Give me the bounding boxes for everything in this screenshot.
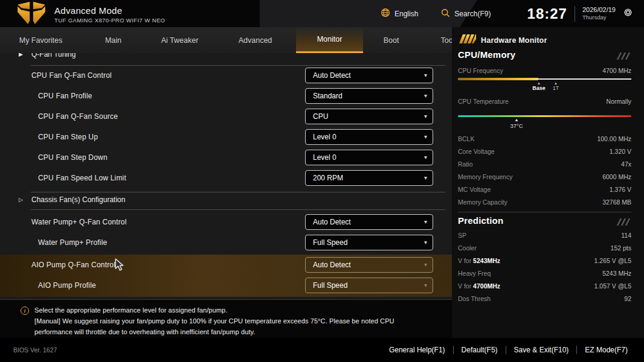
date-block: 2026/02/19 Thursday [582, 6, 616, 21]
setting-row-cpu-fan-profile[interactable]: CPU Fan Profile Standard ▾ [0, 86, 452, 106]
mouse-cursor-icon [114, 258, 126, 274]
setting-row-cpu-fan-step-up[interactable]: CPU Fan Step Up Level 0 ▾ [0, 127, 452, 147]
tab-ai-tweaker[interactable]: Ai Tweaker [145, 27, 214, 53]
brand-text: Advanced Mode TUF GAMING X870-PRO WIFI7 … [54, 5, 165, 24]
water-pump-profile-dropdown[interactable]: Full Speed ▾ [305, 235, 433, 250]
setting-row-cpu-fan-qfan-source[interactable]: CPU Fan Q-Fan Source CPU ▾ [0, 106, 452, 127]
tab-advanced[interactable]: Advanced [214, 27, 296, 53]
highlighted-setting-group: AIO Pump Q-Fan Control Auto Detect ▾ AIO… [0, 255, 452, 297]
setting-label: CPU Fan Q-Fan Control [31, 71, 112, 80]
base-marker: ▲ Base [532, 81, 546, 91]
language-label: English [394, 10, 418, 18]
setting-row-water-pump-profile[interactable]: Water Pump+ Profile Full Speed ▾ [0, 232, 452, 253]
mode-title: Advanced Mode [54, 5, 165, 16]
ez-mode-button[interactable]: EZ Mode(F7) [576, 346, 636, 354]
setting-label: CPU Fan Step Up [38, 133, 98, 141]
cpu-frequency-gauge [458, 78, 631, 80]
setting-row-cpu-fan-speed-low-limit[interactable]: CPU Fan Speed Low Limit 200 RPM ▾ [0, 168, 452, 188]
cpu-fan-qfan-source-dropdown[interactable]: CPU ▾ [305, 109, 433, 124]
clock-time: 18:27 [527, 5, 567, 22]
cpu-fan-speed-low-limit-dropdown[interactable]: 200 RPM ▾ [305, 170, 433, 186]
setting-label: CPU Fan Step Down [38, 153, 108, 162]
cpu-frequency-row: CPU Frequency 4700 MHz [458, 67, 631, 75]
stat-value: Normally [607, 98, 631, 105]
top-bar: Advanced Mode TUF GAMING X870-PRO WIFI7 … [0, 0, 644, 27]
chevron-down-icon: ▾ [424, 133, 427, 140]
gear-icon[interactable] [623, 7, 633, 20]
tuf-logo-icon [16, 1, 47, 28]
cpu-fan-qfan-control-dropdown[interactable]: Auto Detect ▾ [305, 68, 433, 83]
panel-separator [458, 212, 631, 212]
general-help-button[interactable]: General Help(F1) [381, 346, 453, 354]
stat-row-memory-capacity: Memory Capacity 32768 MB [458, 198, 631, 207]
setting-label: Water Pump+ Q-Fan Control [31, 218, 127, 226]
search-button[interactable]: Search(F9) [441, 8, 491, 19]
stat-row-dos-thresh: Dos Thresh 92 [458, 295, 631, 303]
dropdown-value: CPU [313, 112, 328, 121]
setting-label: AIO Pump Profile [38, 281, 96, 290]
setting-label: Water Pump+ Profile [38, 238, 107, 247]
stripes-gray-icon [616, 217, 631, 228]
stat-value: 4700 MHz [602, 67, 631, 74]
bios-screen: Advanced Mode TUF GAMING X870-PRO WIFI7 … [0, 0, 644, 362]
group-header-qfan-tuning[interactable]: ▶ Q-Fan Tuning [0, 53, 452, 62]
dropdown-value: Level 0 [313, 153, 336, 162]
chevron-down-icon: ▾ [424, 174, 427, 181]
setting-row-cpu-fan-step-down[interactable]: CPU Fan Step Down Level 0 ▾ [0, 147, 452, 168]
group-title: Q-Fan Tuning [31, 53, 76, 59]
dropdown-value: Standard [313, 92, 343, 100]
board-name: TUF GAMING X870-PRO WIFI7 W NEO [54, 17, 165, 24]
help-text: Select the appropriate performance level… [34, 305, 434, 338]
temperature-marker: ▲ 37°C [510, 118, 523, 129]
clock-area: 18:27 2026/02/19 Thursday [527, 0, 633, 27]
setting-row-aio-pump-qfan-control[interactable]: AIO Pump Q-Fan Control Auto Detect ▾ [0, 255, 452, 275]
help-bar: i Select the appropriate performance lev… [0, 300, 452, 338]
chevron-down-icon: ▾ [424, 282, 427, 288]
aio-pump-qfan-control-dropdown[interactable]: Auto Detect ▾ [305, 257, 433, 273]
setting-row-water-pump-qfan-control[interactable]: Water Pump+ Q-Fan Control Auto Detect ▾ [0, 212, 452, 232]
brand: Advanced Mode TUF GAMING X870-PRO WIFI7 … [16, 1, 165, 28]
hardware-monitor-panel: Hardware Monitor CPU/Memory CPU Frequenc… [452, 27, 644, 338]
cpu-fan-step-down-dropdown[interactable]: Level 0 ▾ [305, 150, 433, 165]
settings-panel: ▶ Q-Fan Tuning CPU Fan Q-Fan Control Aut… [0, 53, 452, 300]
group-header-chassis-fans[interactable]: ▷ Chassis Fan(s) Configuration [0, 192, 452, 207]
arrow-right-icon: ▶ [19, 53, 23, 57]
info-icon: i [21, 306, 29, 315]
setting-row-aio-pump-profile[interactable]: AIO Pump Profile Full Speed ▾ [0, 275, 452, 296]
prediction-section-title: Prediction [458, 215, 503, 226]
arrow-right-outline-icon: ▷ [19, 197, 23, 203]
chevron-down-icon: ▾ [424, 92, 427, 99]
stat-row-v-for-5243: V for 5243MHz 1.265 V @L5 [458, 257, 631, 265]
setting-row-cpu-fan-qfan-control[interactable]: CPU Fan Q-Fan Control Auto Detect ▾ [0, 65, 452, 86]
date-value: 2026/02/19 [582, 6, 616, 14]
tab-boot[interactable]: Boot [363, 27, 419, 53]
tab-monitor[interactable]: Monitor [296, 27, 363, 53]
stat-row-sp: SP 114 [458, 232, 631, 240]
help-line-2: [Manual] We suggest raising your fan/pum… [34, 316, 434, 337]
water-pump-qfan-control-dropdown[interactable]: Auto Detect ▾ [305, 214, 433, 230]
language-selector[interactable]: English [381, 8, 418, 19]
chevron-down-icon: ▾ [424, 261, 427, 268]
aio-pump-profile-dropdown[interactable]: Full Speed ▾ [305, 278, 433, 293]
dropdown-value: Level 0 [313, 133, 336, 141]
default-button[interactable]: Default(F5) [453, 346, 506, 354]
tab-main[interactable]: Main [82, 27, 145, 53]
tab-tool[interactable]: Tool [419, 27, 452, 53]
dropdown-value: 200 RPM [313, 174, 343, 182]
stat-label: CPU Frequency [458, 67, 503, 74]
menu-tab-bar: My Favorites Main Ai Tweaker Advanced Mo… [0, 27, 452, 53]
stat-row-bclk: BCLK 100.00 MHz [458, 135, 631, 144]
hardware-monitor-title: Hardware Monitor [481, 36, 547, 45]
footer-links: General Help(F1) Default(F5) Save & Exit… [381, 346, 636, 354]
group-title: Chassis Fan(s) Configuration [31, 195, 125, 204]
stat-row-ratio: Ratio 47x [458, 160, 631, 169]
stat-row-v-for-4700: V for 4700MHz 1.057 V @L5 [458, 282, 631, 291]
stripes-gray-icon [616, 51, 631, 62]
cpu-fan-step-up-dropdown[interactable]: Level 0 ▾ [305, 129, 433, 145]
setting-label: CPU Fan Q-Fan Source [38, 112, 118, 121]
save-exit-button[interactable]: Save & Exit(F10) [506, 346, 577, 354]
stat-row-core-voltage: Core Voltage 1.320 V [458, 148, 631, 156]
cpu-fan-profile-dropdown[interactable]: Standard ▾ [305, 88, 433, 104]
chevron-down-icon: ▾ [424, 239, 427, 246]
tab-my-favorites[interactable]: My Favorites [0, 27, 82, 53]
